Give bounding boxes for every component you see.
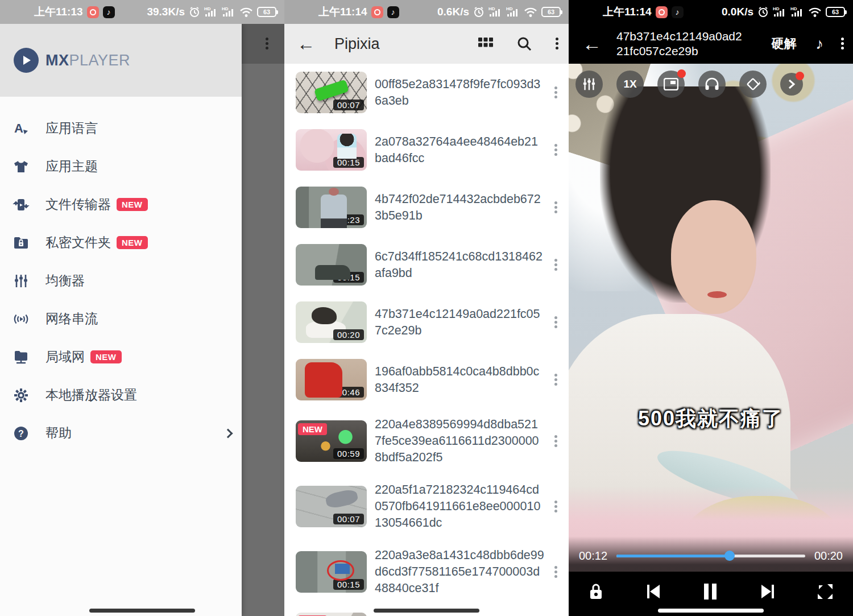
- video-thumbnail[interactable]: 00:07: [296, 72, 367, 113]
- item-overflow-button[interactable]: [554, 258, 557, 272]
- seek-bar[interactable]: [616, 555, 805, 557]
- signal-hd-icon: HD: [790, 6, 804, 18]
- seek-thumb[interactable]: [724, 551, 735, 561]
- pip-chip[interactable]: [657, 71, 685, 98]
- fullscreen-button[interactable]: [817, 583, 834, 600]
- item-overflow-button[interactable]: [554, 499, 557, 514]
- search-button[interactable]: [516, 36, 532, 52]
- menu-item-help[interactable]: ? 帮助: [0, 414, 242, 452]
- svg-text:A: A: [14, 121, 23, 135]
- menu-item-lan[interactable]: 局域网 NEW: [0, 338, 242, 376]
- drawer-menu: A 应用语言 应用主题 文件传输器 NEW: [0, 97, 242, 452]
- menu-item-private-folder[interactable]: 私密文件夹 NEW: [0, 224, 242, 262]
- item-overflow-button[interactable]: [554, 85, 557, 100]
- navigation-drawer: MXPLAYER A 应用语言 应用主题: [0, 24, 242, 616]
- dimmed-appbar-backdrop: [242, 24, 284, 64]
- video-name: 4b742f02de714432acbdeb6723b5e91b: [375, 191, 544, 224]
- private-folder-icon: [13, 234, 30, 251]
- tiktok-app-icon: ♪: [103, 6, 115, 18]
- logo-text-player: PLAYER: [69, 52, 131, 69]
- list-item[interactable]: 00:20 47b371e4c12149a0ad221fc057c2e29b: [284, 293, 569, 351]
- video-thumbnail[interactable]: NEW 00:59: [296, 420, 367, 462]
- previous-button[interactable]: [645, 583, 662, 600]
- duration-badge: 00:07: [333, 514, 364, 524]
- video-surface[interactable]: 1X 500我就不痛了: [569, 64, 853, 572]
- list-item[interactable]: 00:46 196af0abb5814c0ca4b8dbb0c834f352: [284, 351, 569, 408]
- network-stream-icon: [13, 311, 30, 328]
- list-item[interactable]: 00:15 2a078a32764a4ee48464eb21bad46fcc: [284, 121, 569, 179]
- video-thumbnail[interactable]: 00:15: [296, 551, 367, 593]
- menu-item-equalizer[interactable]: 均衡器: [0, 262, 242, 300]
- wifi-icon: [239, 7, 253, 18]
- overflow-menu-button[interactable]: [555, 36, 558, 51]
- headphones-chip[interactable]: [698, 71, 726, 98]
- more-controls-chip[interactable]: [780, 73, 803, 96]
- equalizer-chip[interactable]: [575, 71, 603, 98]
- app-bar: ← Pipixia: [284, 24, 569, 64]
- duration-badge: 00:15: [333, 272, 364, 283]
- rotate-screen-chip[interactable]: [739, 71, 767, 98]
- svg-text:?: ?: [18, 429, 24, 439]
- signal-hd-icon: HD: [222, 6, 235, 18]
- menu-item-app-language[interactable]: A 应用语言: [0, 109, 242, 147]
- video-thumbnail[interactable]: NEW: [296, 613, 367, 616]
- item-overflow-button[interactable]: [554, 315, 557, 330]
- screen-record-icon: [87, 6, 99, 18]
- battery-icon: 63: [257, 7, 276, 17]
- lock-button[interactable]: [588, 583, 604, 600]
- item-overflow-button[interactable]: [554, 565, 557, 580]
- duration-badge: 01:23: [333, 214, 364, 225]
- wifi-icon: [524, 7, 537, 18]
- list-item[interactable]: 00:07 220a5f1a72182324c119464cd0570fb641…: [284, 474, 569, 539]
- elapsed-time: 00:12: [579, 549, 607, 563]
- notification-dot: [677, 69, 686, 78]
- video-thumbnail[interactable]: 00:15: [296, 129, 367, 171]
- list-item[interactable]: 00:15 6c7d34ff185241c68cd1318462afa9bd: [284, 236, 569, 293]
- menu-item-file-transfer[interactable]: 文件传输器 NEW: [0, 185, 242, 224]
- video-thumbnail[interactable]: 00:15: [296, 244, 367, 286]
- help-icon: ?: [13, 425, 30, 442]
- list-item[interactable]: NEW 00:59 220a4e8389569994d8dba5217fe5ce…: [284, 408, 569, 474]
- next-button[interactable]: [759, 583, 776, 600]
- playback-speed-chip[interactable]: 1X: [616, 71, 644, 98]
- video-name: 6c7d34ff185241c68cd1318462afa9bd: [375, 249, 544, 282]
- chevron-right-icon: [223, 428, 233, 438]
- player-quick-controls: 1X: [575, 71, 803, 98]
- list-item[interactable]: 01:23 4b742f02de714432acbdeb6723b5e91b: [284, 179, 569, 236]
- status-bar: 上午11:14 ♪ 0.6K/s HD HD 63: [284, 0, 569, 24]
- video-name: 220a4e8389569994d8dba5217fe5ce39ea611661…: [375, 416, 544, 466]
- list-item[interactable]: 00:15 220a9a3e8a1431c48dbb6de99d6cd3f775…: [284, 539, 569, 605]
- video-thumbnail[interactable]: 00:20: [296, 301, 367, 343]
- overflow-menu-button[interactable]: [840, 36, 844, 51]
- back-button[interactable]: ←: [297, 35, 315, 53]
- home-indicator[interactable]: [374, 609, 479, 613]
- video-thumbnail[interactable]: 01:23: [296, 187, 367, 228]
- home-indicator[interactable]: [658, 609, 764, 613]
- playing-video-title: 47b371e4c12149a0ad221fc057c2e29b: [616, 29, 746, 59]
- item-overflow-button[interactable]: [554, 143, 557, 158]
- audio-track-icon[interactable]: ♪: [816, 35, 824, 53]
- seek-progress: [616, 555, 730, 557]
- item-overflow-button[interactable]: [554, 434, 557, 449]
- screen-video-list: 上午11:14 ♪ 0.6K/s HD HD 63 ← Pipixia: [284, 0, 569, 616]
- menu-item-network-stream[interactable]: 网络串流: [0, 300, 242, 338]
- status-time: 上午11:14: [318, 5, 367, 19]
- item-overflow-button[interactable]: [554, 373, 557, 387]
- pause-button[interactable]: [702, 582, 718, 601]
- subtitle-text: 500我就不痛了: [569, 405, 853, 433]
- battery-icon: 63: [541, 7, 561, 17]
- back-button[interactable]: ←: [582, 34, 602, 53]
- home-indicator[interactable]: [89, 609, 195, 613]
- video-thumbnail[interactable]: 00:07: [296, 486, 367, 527]
- menu-item-app-theme[interactable]: 应用主题: [0, 147, 242, 185]
- video-thumbnail[interactable]: 00:46: [296, 359, 367, 400]
- item-overflow-button[interactable]: [554, 200, 557, 215]
- file-transfer-icon: [13, 196, 30, 213]
- view-grid-button[interactable]: [478, 36, 494, 52]
- menu-item-local-player-settings[interactable]: 本地播放器设置: [0, 376, 242, 414]
- list-item[interactable]: 00:07 00ff85e2a831478f9fe7fc093d36a3eb: [284, 64, 569, 121]
- duration-badge: 00:59: [333, 448, 364, 459]
- hw-decode-button[interactable]: 硬解: [772, 35, 797, 52]
- tiktok-app-icon: ♪: [672, 6, 684, 18]
- triple-screenshot-stage: 上午11:13 ♪ 39.3K/s HD HD 63 MXPLAYER: [0, 0, 853, 616]
